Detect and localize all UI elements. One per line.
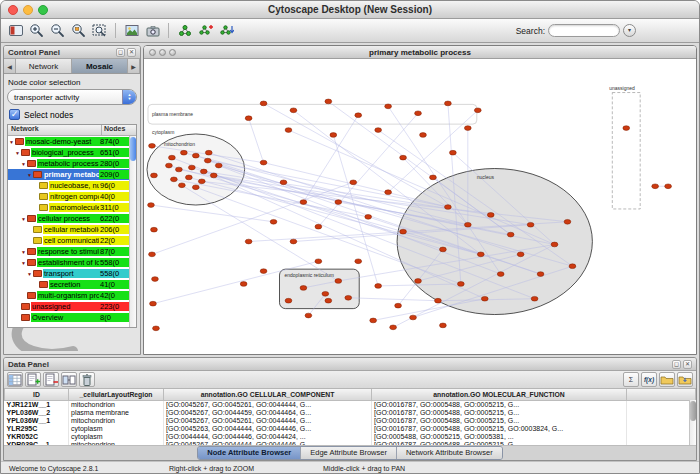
frame-maximize-icon[interactable] [169, 49, 176, 56]
tree-scrollbar-thumb[interactable] [130, 137, 136, 161]
graph-node[interactable] [260, 269, 267, 274]
graph-node[interactable] [487, 213, 494, 218]
graph-node[interactable] [385, 104, 392, 109]
close-panel-icon[interactable]: ✕ [127, 48, 136, 57]
tree-row-macromolecule-met[interactable]: macromolecule met311(0 [8, 202, 129, 213]
graph-node[interactable] [335, 200, 342, 205]
graph-node[interactable] [481, 296, 488, 301]
graph-node[interactable] [300, 286, 307, 291]
graph-node[interactable] [390, 325, 397, 330]
new-network-from-selection-button[interactable] [196, 21, 215, 40]
graph-node[interactable] [315, 224, 322, 229]
node-color-dropdown[interactable]: transporter activity ▲▼ [7, 89, 137, 105]
tree-scrollbar[interactable] [129, 136, 136, 327]
expand-arrow-icon[interactable]: ▼ [26, 172, 33, 178]
tree-row-cellular-process[interactable]: ▼cellular process622(0 [8, 213, 129, 224]
tab-scroll-right-icon[interactable]: ▶ [128, 59, 140, 73]
graph-node[interactable] [175, 167, 182, 172]
tree-row-transport[interactable]: ▼transport558(0 [8, 268, 129, 279]
first-neighbors-button[interactable] [175, 21, 194, 40]
snapshot-button[interactable] [143, 21, 162, 40]
graph-node[interactable] [537, 272, 544, 277]
graph-node[interactable] [355, 113, 362, 118]
graph-node[interactable] [180, 150, 187, 155]
graph-node[interactable] [623, 126, 630, 131]
graph-node[interactable] [240, 282, 247, 287]
graph-node[interactable] [464, 222, 471, 227]
graph-node[interactable] [345, 295, 352, 300]
graph-node[interactable] [151, 173, 158, 178]
graph-node[interactable] [169, 155, 176, 160]
graphics-details-button[interactable] [122, 21, 141, 40]
zoom-fit-button[interactable] [90, 21, 109, 40]
graph-node[interactable] [517, 252, 524, 257]
graph-node[interactable] [198, 179, 205, 184]
graph-node[interactable] [531, 296, 538, 301]
tab-scroll-left-icon[interactable]: ◀ [4, 59, 16, 73]
graph-node[interactable] [185, 175, 192, 180]
graph-node[interactable] [260, 101, 267, 106]
graph-node[interactable] [285, 298, 292, 303]
graph-node[interactable] [192, 185, 199, 190]
tab-mosaic[interactable]: Mosaic [72, 59, 128, 73]
tree-row-secretion[interactable]: secretion41(0 [8, 279, 129, 290]
close-data-panel-icon[interactable]: ✕ [683, 360, 692, 369]
function-builder-button[interactable]: f(x) [641, 372, 657, 387]
graph-node[interactable] [445, 205, 452, 210]
expand-arrow-icon[interactable]: ▼ [20, 249, 27, 255]
table-column-annotation-go-cellular-component[interactable]: annotation.GO CELLULAR_COMPONENT [164, 389, 372, 400]
tree-row-mosaic-demo-yeast[interactable]: ▼mosaic-demo-yeast874(0 [8, 136, 129, 147]
graph-node[interactable] [151, 227, 158, 232]
graph-node[interactable] [564, 219, 571, 224]
zoom-selected-button[interactable] [69, 21, 88, 40]
graph-node[interactable] [148, 203, 155, 208]
graph-node[interactable] [527, 222, 534, 227]
new-attribute-button[interactable] [25, 372, 41, 387]
tree-row-biological-process[interactable]: ▼biological_process651(0 [8, 147, 129, 158]
tab-node-attribute-browser[interactable]: Node Attribute Browser [198, 447, 301, 459]
expand-arrow-icon[interactable]: ▼ [20, 161, 27, 167]
delete-attribute-button[interactable] [43, 372, 59, 387]
table-scrollbar[interactable] [689, 400, 696, 445]
select-nodes-checkbox[interactable]: ✓ [9, 109, 20, 120]
graph-node[interactable] [322, 291, 329, 296]
graph-node[interactable] [395, 303, 402, 308]
frame-close-icon[interactable] [149, 49, 156, 56]
graph-node[interactable] [420, 133, 427, 138]
graph-node[interactable] [305, 313, 312, 318]
graph-node[interactable] [507, 232, 514, 237]
tree-row-nitrogen-compound[interactable]: nitrogen compound40(0 [8, 191, 129, 202]
table-row[interactable]: YDR039C__1mitochondrion[GO:0045267, GO:0… [5, 441, 696, 446]
graph-node[interactable] [375, 284, 382, 289]
graph-node[interactable] [415, 279, 422, 284]
graph-node[interactable] [410, 315, 417, 320]
table-row[interactable]: YPL036W__1mitochondrion[GO:0045267, GO:0… [5, 417, 696, 425]
graph-node[interactable] [497, 272, 504, 277]
graph-node[interactable] [457, 282, 464, 287]
graph-node[interactable] [178, 183, 185, 188]
graph-node[interactable] [400, 229, 407, 234]
graph-node[interactable] [400, 155, 407, 160]
graph-node[interactable] [355, 259, 362, 264]
graph-node[interactable] [166, 163, 173, 168]
panel-toggle-button[interactable] [6, 21, 25, 40]
select-attributes-button[interactable] [7, 372, 23, 387]
graph-node[interactable] [171, 177, 178, 182]
search-options-button[interactable]: ▾ [623, 24, 636, 37]
graph-node[interactable] [204, 158, 211, 163]
graph-node[interactable] [149, 252, 156, 257]
graph-node[interactable] [260, 160, 267, 165]
graph-node[interactable] [370, 318, 377, 323]
graph-node[interactable] [285, 128, 292, 133]
frame-minimize-icon[interactable] [159, 49, 166, 56]
expand-arrow-icon[interactable]: ▼ [26, 271, 33, 277]
graph-node[interactable] [200, 169, 207, 174]
graph-node[interactable] [375, 128, 382, 133]
delete-row-button[interactable] [79, 372, 95, 387]
tree-row-response-to-stimulus[interactable]: ▼response to stimulus87(0 [8, 246, 129, 257]
graph-node[interactable] [315, 259, 322, 264]
graph-node[interactable] [435, 298, 442, 303]
tree-row-multi-organism-pro[interactable]: multi-organism pro42(0 [8, 290, 129, 301]
graph-node[interactable] [215, 163, 222, 168]
graph-node[interactable] [652, 184, 659, 189]
